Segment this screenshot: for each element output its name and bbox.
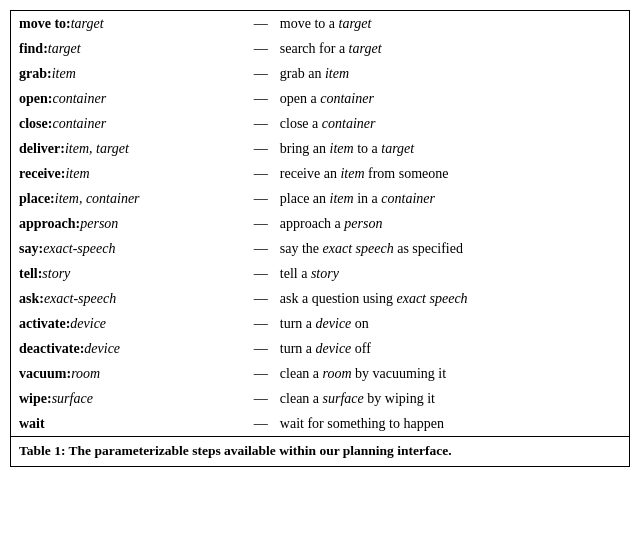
command-cell: wipe:surface bbox=[11, 386, 248, 411]
dash-cell: — bbox=[248, 11, 274, 36]
description-cell: grab an item bbox=[274, 61, 629, 86]
command-name: vacuum bbox=[19, 366, 66, 381]
description-cell: clean a room by vacuuming it bbox=[274, 361, 629, 386]
dash-cell: — bbox=[248, 336, 274, 361]
table-row: move to:target—move to a target bbox=[11, 11, 629, 36]
command-name: deliver bbox=[19, 141, 60, 156]
dash-cell: — bbox=[248, 311, 274, 336]
dash-cell: — bbox=[248, 211, 274, 236]
description-italic: item bbox=[325, 66, 349, 81]
command-param: room bbox=[71, 366, 100, 381]
table-row: approach:person—approach a person bbox=[11, 211, 629, 236]
table-caption-row: Table 1: The parameterizable steps avail… bbox=[11, 437, 629, 466]
command-cell: vacuum:room bbox=[11, 361, 248, 386]
description-italic: device bbox=[316, 341, 352, 356]
command-cell: place:item, container bbox=[11, 186, 248, 211]
description-cell: turn a device on bbox=[274, 311, 629, 336]
table-caption: Table 1: The parameterizable steps avail… bbox=[11, 437, 629, 466]
command-param: device bbox=[70, 316, 106, 331]
description-italic: device bbox=[316, 316, 352, 331]
table-row: wait—wait for something to happen bbox=[11, 411, 629, 437]
command-cell: tell:story bbox=[11, 261, 248, 286]
dash-cell: — bbox=[248, 286, 274, 311]
caption-text: Table 1: The parameterizable steps avail… bbox=[19, 443, 452, 458]
command-param: story bbox=[42, 266, 70, 281]
command-param: exact-speech bbox=[44, 291, 116, 306]
description-cell: search for a target bbox=[274, 36, 629, 61]
command-name: wait bbox=[19, 416, 45, 431]
table-row: close:container—close a container bbox=[11, 111, 629, 136]
commands-table: move to:target—move to a targetfind:targ… bbox=[11, 11, 629, 466]
table-row: grab:item—grab an item bbox=[11, 61, 629, 86]
table-row: tell:story—tell a story bbox=[11, 261, 629, 286]
command-cell: say:exact-speech bbox=[11, 236, 248, 261]
dash-cell: — bbox=[248, 136, 274, 161]
description-cell: move to a target bbox=[274, 11, 629, 36]
description-italic: item bbox=[330, 191, 354, 206]
table-row: find:target—search for a target bbox=[11, 36, 629, 61]
command-param: container bbox=[52, 116, 106, 131]
table-row: wipe:surface—clean a surface by wiping i… bbox=[11, 386, 629, 411]
dash-cell: — bbox=[248, 61, 274, 86]
command-param: exact-speech bbox=[43, 241, 115, 256]
description-italic: story bbox=[311, 266, 339, 281]
command-name: say bbox=[19, 241, 38, 256]
description-italic: room bbox=[323, 366, 352, 381]
description-italic: surface bbox=[323, 391, 364, 406]
command-param: item bbox=[52, 66, 76, 81]
description-italic2: target bbox=[381, 141, 414, 156]
command-name: place bbox=[19, 191, 50, 206]
command-name: grab bbox=[19, 66, 47, 81]
description-italic: container bbox=[322, 116, 376, 131]
command-cell: ask:exact-speech bbox=[11, 286, 248, 311]
table-row: open:container—open a container bbox=[11, 86, 629, 111]
command-cell: deactivate:device bbox=[11, 336, 248, 361]
command-cell: find:target bbox=[11, 36, 248, 61]
command-param: item, target bbox=[65, 141, 129, 156]
command-cell: activate:device bbox=[11, 311, 248, 336]
command-name: close bbox=[19, 116, 48, 131]
table-row: deactivate:device—turn a device off bbox=[11, 336, 629, 361]
description-cell: approach a person bbox=[274, 211, 629, 236]
command-cell: open:container bbox=[11, 86, 248, 111]
dash-cell: — bbox=[248, 386, 274, 411]
description-cell: ask a question using exact speech bbox=[274, 286, 629, 311]
description-cell: turn a device off bbox=[274, 336, 629, 361]
description-cell: tell a story bbox=[274, 261, 629, 286]
description-cell: open a container bbox=[274, 86, 629, 111]
description-cell: say the exact speech as specified bbox=[274, 236, 629, 261]
table-row: activate:device—turn a device on bbox=[11, 311, 629, 336]
command-cell: move to:target bbox=[11, 11, 248, 36]
description-cell: place an item in a container bbox=[274, 186, 629, 211]
command-cell: close:container bbox=[11, 111, 248, 136]
table-row: receive:item—receive an item from someon… bbox=[11, 161, 629, 186]
dash-cell: — bbox=[248, 161, 274, 186]
description-italic: exact speech bbox=[323, 241, 394, 256]
dash-cell: — bbox=[248, 261, 274, 286]
dash-cell: — bbox=[248, 111, 274, 136]
command-param: surface bbox=[52, 391, 93, 406]
command-name: activate bbox=[19, 316, 66, 331]
description-cell: close a container bbox=[274, 111, 629, 136]
description-cell: receive an item from someone bbox=[274, 161, 629, 186]
table-row: ask:exact-speech—ask a question using ex… bbox=[11, 286, 629, 311]
description-italic: person bbox=[344, 216, 382, 231]
command-param: person bbox=[80, 216, 118, 231]
command-param: item bbox=[65, 166, 89, 181]
description-italic: item bbox=[340, 166, 364, 181]
command-param: target bbox=[71, 16, 104, 31]
command-cell: grab:item bbox=[11, 61, 248, 86]
description-italic: exact speech bbox=[396, 291, 467, 306]
dash-cell: — bbox=[248, 86, 274, 111]
command-name: approach bbox=[19, 216, 76, 231]
table-row: vacuum:room—clean a room by vacuuming it bbox=[11, 361, 629, 386]
description-cell: bring an item to a target bbox=[274, 136, 629, 161]
command-name: move to bbox=[19, 16, 66, 31]
dash-cell: — bbox=[248, 236, 274, 261]
command-cell: receive:item bbox=[11, 161, 248, 186]
description-italic: item bbox=[330, 141, 354, 156]
table-row: say:exact-speech—say the exact speech as… bbox=[11, 236, 629, 261]
command-name: ask bbox=[19, 291, 39, 306]
dash-cell: — bbox=[248, 361, 274, 386]
description-italic: container bbox=[320, 91, 374, 106]
